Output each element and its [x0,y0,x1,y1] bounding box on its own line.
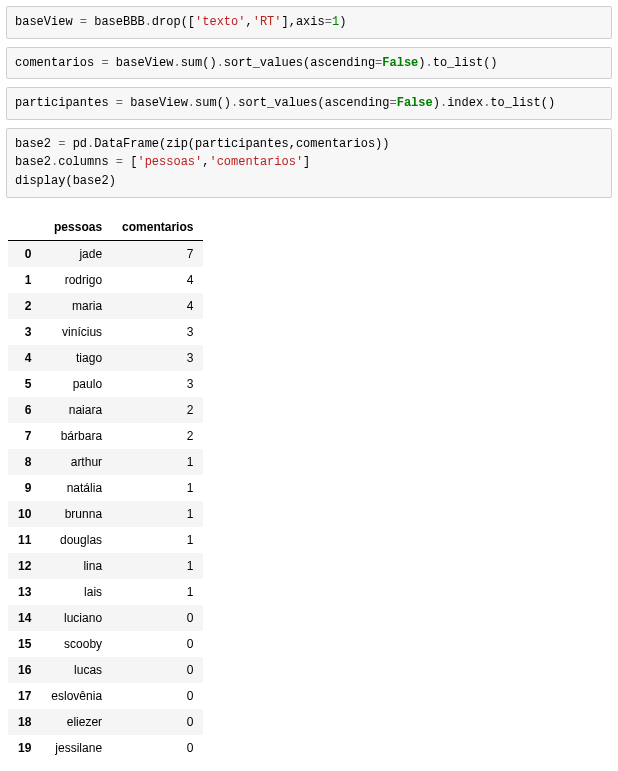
cell-comentarios: 4 [112,267,203,293]
row-index: 19 [8,735,41,761]
cell-comentarios: 0 [112,735,203,761]
cell-pessoas: lucas [41,657,112,683]
cell-comentarios: 0 [112,657,203,683]
cell-pessoas: arthur [41,449,112,475]
table-row: 8arthur1 [8,449,203,475]
table-row: 3vinícius3 [8,319,203,345]
table-row: 6naiara2 [8,397,203,423]
code-cell-3[interactable]: participantes = baseView.sum().sort_valu… [6,87,612,120]
row-index: 16 [8,657,41,683]
output-area: pessoas comentarios 0jade71rodrigo42mari… [6,206,612,761]
table-row: 12lina1 [8,553,203,579]
cell-pessoas: maria [41,293,112,319]
table-row: 18eliezer0 [8,709,203,735]
row-index: 0 [8,240,41,267]
table-row: 10brunna1 [8,501,203,527]
code-text: comentarios = baseView.sum().sort_values… [15,56,498,70]
cell-comentarios: 1 [112,553,203,579]
cell-pessoas: eliezer [41,709,112,735]
row-index: 4 [8,345,41,371]
cell-comentarios: 3 [112,319,203,345]
table-row: 9natália1 [8,475,203,501]
cell-pessoas: scooby [41,631,112,657]
cell-pessoas: rodrigo [41,267,112,293]
table-header-row: pessoas comentarios [8,214,203,241]
row-index: 15 [8,631,41,657]
table-row: 15scooby0 [8,631,203,657]
cell-comentarios: 0 [112,709,203,735]
cell-comentarios: 7 [112,240,203,267]
cell-comentarios: 3 [112,345,203,371]
cell-pessoas: douglas [41,527,112,553]
row-index: 2 [8,293,41,319]
cell-pessoas: brunna [41,501,112,527]
index-header [8,214,41,241]
row-index: 17 [8,683,41,709]
code-cell-2[interactable]: comentarios = baseView.sum().sort_values… [6,47,612,80]
cell-comentarios: 2 [112,423,203,449]
cell-comentarios: 0 [112,605,203,631]
cell-pessoas: natália [41,475,112,501]
cell-comentarios: 1 [112,579,203,605]
table-row: 11douglas1 [8,527,203,553]
cell-pessoas: jade [41,240,112,267]
code-cell-1[interactable]: baseView = baseBBB.drop(['texto','RT'],a… [6,6,612,39]
row-index: 1 [8,267,41,293]
row-index: 18 [8,709,41,735]
cell-pessoas: tiago [41,345,112,371]
row-index: 12 [8,553,41,579]
dataframe-table: pessoas comentarios 0jade71rodrigo42mari… [8,214,203,761]
table-row: 1rodrigo4 [8,267,203,293]
row-index: 14 [8,605,41,631]
row-index: 7 [8,423,41,449]
table-row: 13lais1 [8,579,203,605]
cell-comentarios: 1 [112,475,203,501]
table-row: 2maria4 [8,293,203,319]
cell-comentarios: 0 [112,683,203,709]
table-row: 17eslovênia0 [8,683,203,709]
cell-pessoas: bárbara [41,423,112,449]
cell-pessoas: eslovênia [41,683,112,709]
cell-pessoas: jessilane [41,735,112,761]
row-index: 3 [8,319,41,345]
cell-comentarios: 1 [112,501,203,527]
table-row: 4tiago3 [8,345,203,371]
cell-pessoas: naiara [41,397,112,423]
cell-pessoas: lais [41,579,112,605]
table-row: 5paulo3 [8,371,203,397]
table-row: 0jade7 [8,240,203,267]
code-text: baseView = baseBBB.drop(['texto','RT'],a… [15,15,346,29]
cell-pessoas: lina [41,553,112,579]
code-text: participantes = baseView.sum().sort_valu… [15,96,555,110]
cell-comentarios: 1 [112,449,203,475]
table-row: 16lucas0 [8,657,203,683]
cell-pessoas: luciano [41,605,112,631]
cell-pessoas: paulo [41,371,112,397]
cell-pessoas: vinícius [41,319,112,345]
row-index: 9 [8,475,41,501]
row-index: 5 [8,371,41,397]
row-index: 8 [8,449,41,475]
cell-comentarios: 0 [112,631,203,657]
table-row: 19jessilane0 [8,735,203,761]
cell-comentarios: 3 [112,371,203,397]
row-index: 11 [8,527,41,553]
cell-comentarios: 1 [112,527,203,553]
code-text: base2 = pd.DataFrame(zip(participantes,c… [15,137,390,188]
col-header-pessoas: pessoas [41,214,112,241]
code-cell-4[interactable]: base2 = pd.DataFrame(zip(participantes,c… [6,128,612,198]
row-index: 13 [8,579,41,605]
table-row: 7bárbara2 [8,423,203,449]
cell-comentarios: 2 [112,397,203,423]
row-index: 6 [8,397,41,423]
table-row: 14luciano0 [8,605,203,631]
cell-comentarios: 4 [112,293,203,319]
row-index: 10 [8,501,41,527]
col-header-comentarios: comentarios [112,214,203,241]
